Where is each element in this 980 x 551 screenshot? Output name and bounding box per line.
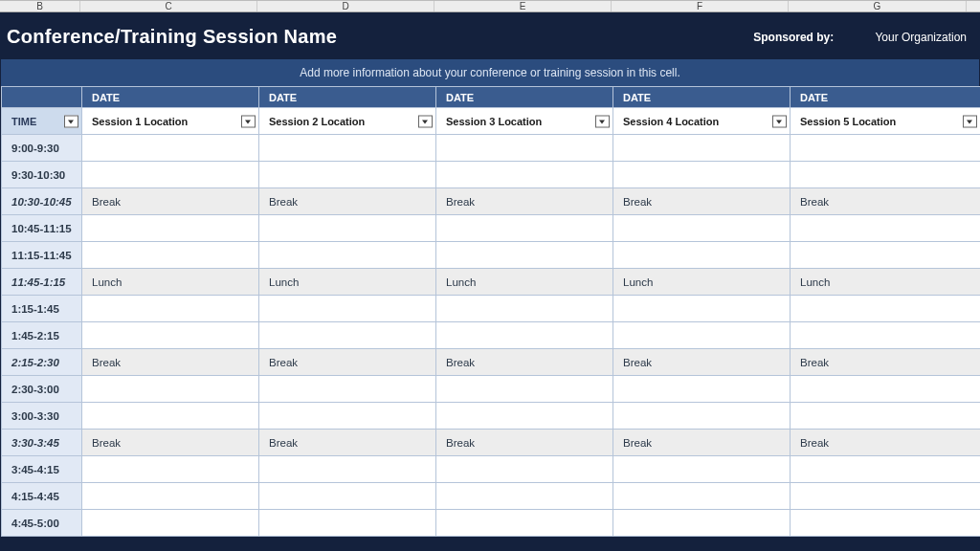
session-cell[interactable]	[613, 215, 791, 242]
session-cell[interactable]	[791, 135, 981, 162]
header-session-5[interactable]: Session 5 Location	[791, 108, 981, 135]
session-cell[interactable]	[436, 456, 613, 483]
info-band[interactable]: Add more information about your conferen…	[1, 59, 979, 86]
session-cell[interactable]	[791, 242, 981, 269]
session-cell[interactable]	[259, 483, 436, 510]
header-time[interactable]: TIME	[2, 108, 82, 135]
time-cell[interactable]: 2:30-3:00	[2, 376, 82, 403]
session-cell[interactable]: Break	[613, 188, 791, 215]
session-cell[interactable]	[613, 376, 791, 403]
header-session-1[interactable]: Session 1 Location	[82, 108, 259, 135]
header-session-4[interactable]: Session 4 Location	[613, 108, 791, 135]
session-cell[interactable]	[259, 215, 436, 242]
filter-dropdown-icon[interactable]	[595, 115, 610, 127]
session-cell[interactable]	[791, 403, 981, 430]
session-cell[interactable]	[436, 162, 613, 188]
session-cell[interactable]: Break	[82, 188, 259, 215]
session-cell[interactable]	[613, 296, 791, 322]
session-cell[interactable]	[436, 376, 613, 403]
session-cell[interactable]	[791, 483, 981, 510]
session-cell[interactable]	[436, 403, 613, 430]
session-cell[interactable]	[791, 322, 981, 349]
session-cell[interactable]: Break	[613, 349, 791, 376]
time-cell[interactable]: 1:15-1:45	[2, 296, 82, 322]
session-cell[interactable]	[259, 403, 436, 430]
session-cell[interactable]	[613, 483, 791, 510]
session-cell[interactable]	[791, 296, 981, 322]
session-cell[interactable]	[436, 296, 613, 322]
session-cell[interactable]	[436, 242, 613, 269]
session-cell[interactable]	[82, 510, 259, 537]
time-cell[interactable]: 3:30-3:45	[2, 430, 82, 456]
session-cell[interactable]: Break	[82, 430, 259, 456]
session-cell[interactable]	[613, 510, 791, 537]
column-letter[interactable]: F	[612, 1, 789, 11]
time-cell[interactable]: 4:15-4:45	[2, 483, 82, 510]
session-cell[interactable]	[82, 403, 259, 430]
filter-dropdown-icon[interactable]	[772, 115, 787, 127]
session-cell[interactable]	[82, 456, 259, 483]
time-cell[interactable]: 3:45-4:15	[2, 456, 82, 483]
session-cell[interactable]: Break	[436, 349, 613, 376]
time-cell[interactable]: 1:45-2:15	[2, 322, 82, 349]
column-letter[interactable]: C	[80, 1, 257, 11]
session-cell[interactable]	[791, 215, 981, 242]
session-cell[interactable]	[259, 510, 436, 537]
time-cell[interactable]: 4:45-5:00	[2, 510, 82, 537]
session-cell[interactable]: Break	[259, 349, 436, 376]
time-cell[interactable]: 9:30-10:30	[2, 162, 82, 188]
session-cell[interactable]	[82, 135, 259, 162]
filter-dropdown-icon[interactable]	[64, 115, 78, 127]
session-cell[interactable]: Lunch	[613, 269, 791, 296]
session-cell[interactable]	[613, 162, 791, 188]
session-cell[interactable]	[436, 483, 613, 510]
session-cell[interactable]	[436, 510, 613, 537]
session-cell[interactable]	[82, 162, 259, 188]
session-cell[interactable]: Break	[613, 430, 791, 456]
session-cell[interactable]	[791, 162, 981, 188]
session-cell[interactable]	[613, 135, 791, 162]
session-cell[interactable]	[259, 242, 436, 269]
session-cell[interactable]	[613, 456, 791, 483]
filter-dropdown-icon[interactable]	[241, 115, 256, 127]
session-cell[interactable]: Break	[791, 188, 981, 215]
column-letter[interactable]: D	[257, 1, 434, 11]
session-cell[interactable]: Lunch	[791, 269, 981, 296]
time-cell[interactable]: 10:45-11:15	[2, 215, 82, 242]
header-session-3[interactable]: Session 3 Location	[436, 108, 613, 135]
session-cell[interactable]	[613, 242, 791, 269]
session-cell[interactable]	[82, 483, 259, 510]
session-cell[interactable]	[82, 215, 259, 242]
header-session-2[interactable]: Session 2 Location	[259, 108, 436, 135]
session-cell[interactable]	[259, 162, 436, 188]
session-cell[interactable]	[791, 456, 981, 483]
session-cell[interactable]	[259, 296, 436, 322]
time-cell[interactable]: 11:45-1:15	[2, 269, 82, 296]
session-cell[interactable]: Lunch	[259, 269, 436, 296]
column-letter[interactable]	[967, 1, 980, 11]
column-letter[interactable]: B	[0, 1, 80, 11]
session-cell[interactable]	[82, 322, 259, 349]
session-cell[interactable]	[259, 322, 436, 349]
column-letter[interactable]: E	[434, 1, 612, 11]
session-cell[interactable]	[82, 296, 259, 322]
session-cell[interactable]: Break	[791, 349, 981, 376]
session-cell[interactable]	[82, 376, 259, 403]
session-cell[interactable]: Break	[259, 188, 436, 215]
session-cell[interactable]	[791, 510, 981, 537]
session-cell[interactable]	[436, 215, 613, 242]
session-cell[interactable]	[613, 322, 791, 349]
time-cell[interactable]: 3:00-3:30	[2, 403, 82, 430]
session-cell[interactable]	[259, 135, 436, 162]
session-cell[interactable]: Break	[436, 430, 613, 456]
column-letter[interactable]: G	[789, 1, 967, 11]
filter-dropdown-icon[interactable]	[963, 115, 977, 127]
session-cell[interactable]	[82, 242, 259, 269]
session-cell[interactable]	[436, 322, 613, 349]
session-cell[interactable]	[436, 135, 613, 162]
session-cell[interactable]: Lunch	[82, 269, 259, 296]
time-cell[interactable]: 9:00-9:30	[2, 135, 82, 162]
session-cell[interactable]: Break	[791, 430, 981, 456]
session-cell[interactable]	[259, 376, 436, 403]
session-cell[interactable]: Break	[436, 188, 613, 215]
